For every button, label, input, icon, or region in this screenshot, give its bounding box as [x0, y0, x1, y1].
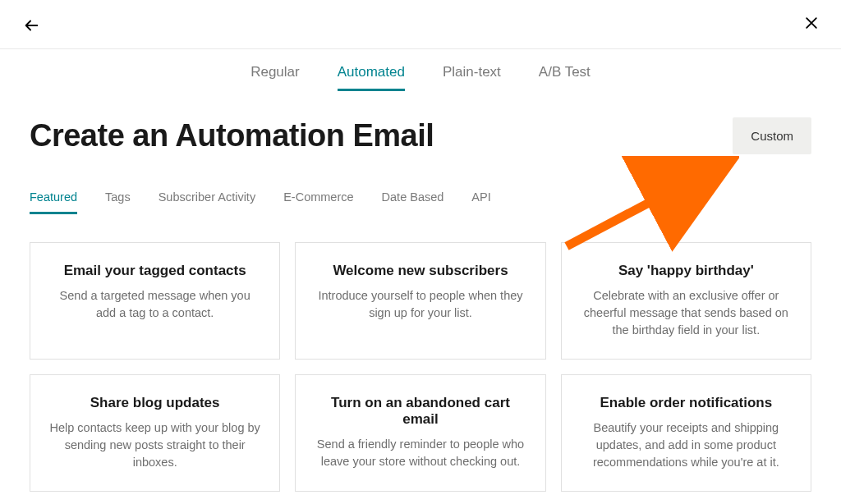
header-row: Create an Automation Email Custom: [30, 117, 811, 154]
card-desc: Send a targeted message when you add a t…: [48, 287, 261, 322]
card-abandoned-cart[interactable]: Turn on an abandoned cart email Send a f…: [295, 374, 545, 492]
card-desc: Celebrate with an exclusive offer or che…: [580, 287, 793, 339]
subtab-tags[interactable]: Tags: [105, 190, 131, 214]
subtab-api[interactable]: API: [471, 190, 490, 214]
card-title: Welcome new subscribers: [314, 263, 526, 279]
card-desc: Introduce yourself to people when they s…: [314, 287, 526, 322]
card-title: Say 'happy birthday': [580, 263, 793, 279]
tab-plaintext[interactable]: Plain-text: [443, 64, 501, 91]
subtab-activity[interactable]: Subscriber Activity: [159, 190, 255, 214]
card-title: Share blog updates: [48, 395, 261, 411]
content-area: Create an Automation Email Custom Featur…: [0, 117, 841, 492]
custom-button[interactable]: Custom: [733, 117, 811, 154]
primary-tabs: Regular Automated Plain-text A/B Test: [0, 49, 841, 91]
card-title: Email your tagged contacts: [48, 263, 261, 279]
card-welcome[interactable]: Welcome new subscribers Introduce yourse…: [295, 242, 545, 360]
tab-abtest[interactable]: A/B Test: [539, 64, 591, 91]
card-desc: Send a friendly reminder to people who l…: [314, 436, 526, 470]
card-title: Enable order notifications: [580, 395, 793, 411]
top-bar: [0, 0, 841, 49]
tab-automated[interactable]: Automated: [338, 64, 405, 91]
page-title: Create an Automation Email: [30, 118, 434, 153]
secondary-tabs: Featured Tags Subscriber Activity E-Comm…: [30, 190, 811, 214]
tab-regular[interactable]: Regular: [250, 64, 300, 91]
close-icon: [803, 15, 820, 31]
card-title: Turn on an abandoned cart email: [314, 395, 526, 428]
card-grid: Email your tagged contacts Send a target…: [30, 242, 811, 492]
back-button[interactable]: [21, 15, 42, 36]
card-desc: Beautify your receipts and shipping upda…: [580, 419, 793, 471]
arrow-left-icon: [22, 16, 40, 34]
close-button[interactable]: [800, 11, 823, 34]
subtab-ecommerce[interactable]: E-Commerce: [283, 190, 353, 214]
card-order-notifications[interactable]: Enable order notifications Beautify your…: [561, 374, 811, 492]
card-birthday[interactable]: Say 'happy birthday' Celebrate with an e…: [561, 242, 811, 360]
subtab-featured[interactable]: Featured: [30, 190, 77, 214]
card-blog[interactable]: Share blog updates Help contacts keep up…: [30, 374, 280, 492]
card-email-tagged[interactable]: Email your tagged contacts Send a target…: [30, 242, 280, 360]
subtab-datebased[interactable]: Date Based: [382, 190, 444, 214]
card-desc: Help contacts keep up with your blog by …: [48, 419, 261, 471]
